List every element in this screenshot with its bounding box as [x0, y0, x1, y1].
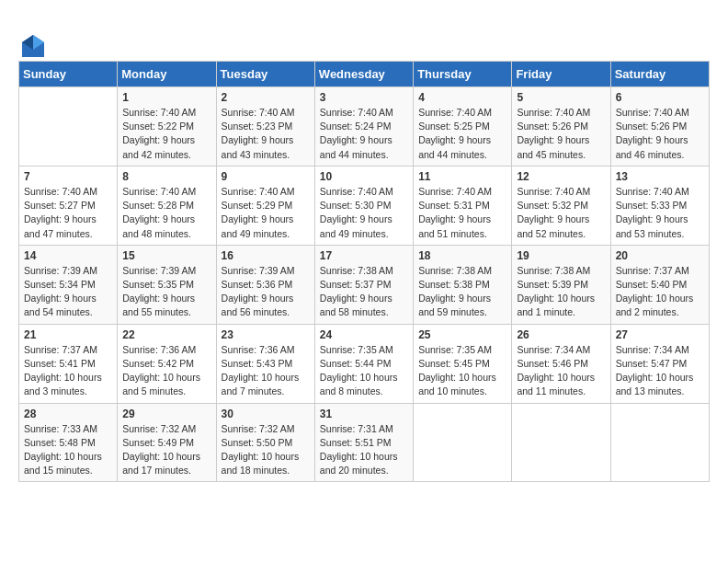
calendar-cell: 26Sunrise: 7:34 AMSunset: 5:46 PMDayligh… [512, 324, 610, 403]
logo [18, 31, 51, 61]
day-info: Sunrise: 7:40 AMSunset: 5:22 PMDaylight:… [122, 106, 210, 162]
calendar-cell [610, 403, 709, 482]
day-info: Sunrise: 7:38 AMSunset: 5:38 PMDaylight:… [418, 264, 506, 320]
day-number: 2 [222, 91, 310, 104]
day-number: 3 [320, 91, 408, 104]
calendar-cell [414, 403, 512, 482]
day-info: Sunrise: 7:32 AMSunset: 5:49 PMDaylight:… [122, 422, 210, 478]
day-number: 7 [24, 170, 112, 183]
day-info: Sunrise: 7:34 AMSunset: 5:46 PMDaylight:… [517, 343, 605, 399]
calendar-cell: 3Sunrise: 7:40 AMSunset: 5:24 PMDaylight… [314, 87, 413, 167]
day-number: 18 [418, 249, 506, 262]
calendar-cell: 24Sunrise: 7:35 AMSunset: 5:44 PMDayligh… [314, 324, 413, 403]
weekday-header-row: SundayMondayTuesdayWednesdayThursdayFrid… [19, 62, 710, 87]
calendar-cell: 27Sunrise: 7:34 AMSunset: 5:47 PMDayligh… [610, 324, 709, 403]
day-info: Sunrise: 7:37 AMSunset: 5:40 PMDaylight:… [616, 264, 704, 320]
calendar-cell: 22Sunrise: 7:36 AMSunset: 5:42 PMDayligh… [118, 324, 216, 403]
day-info: Sunrise: 7:39 AMSunset: 5:34 PMDaylight:… [24, 264, 112, 320]
day-number: 21 [24, 328, 112, 341]
calendar-cell: 31Sunrise: 7:31 AMSunset: 5:51 PMDayligh… [314, 403, 413, 482]
day-info: Sunrise: 7:40 AMSunset: 5:26 PMDaylight:… [616, 106, 704, 162]
day-info: Sunrise: 7:40 AMSunset: 5:24 PMDaylight:… [320, 106, 408, 162]
day-number: 17 [320, 249, 408, 262]
day-info: Sunrise: 7:40 AMSunset: 5:23 PMDaylight:… [222, 106, 310, 162]
calendar-cell: 6Sunrise: 7:40 AMSunset: 5:26 PMDaylight… [610, 87, 709, 167]
day-number: 8 [122, 170, 210, 183]
calendar-cell: 2Sunrise: 7:40 AMSunset: 5:23 PMDaylight… [216, 87, 314, 167]
day-number: 5 [517, 91, 605, 104]
day-info: Sunrise: 7:40 AMSunset: 5:30 PMDaylight:… [320, 185, 408, 241]
calendar-cell: 8Sunrise: 7:40 AMSunset: 5:28 PMDaylight… [118, 166, 216, 245]
day-info: Sunrise: 7:36 AMSunset: 5:42 PMDaylight:… [122, 343, 210, 399]
day-number: 24 [320, 328, 408, 341]
day-number: 4 [418, 91, 506, 104]
calendar-cell: 11Sunrise: 7:40 AMSunset: 5:31 PMDayligh… [414, 166, 512, 245]
day-number: 10 [320, 170, 408, 183]
calendar-cell: 10Sunrise: 7:40 AMSunset: 5:30 PMDayligh… [314, 166, 413, 245]
calendar-cell: 1Sunrise: 7:40 AMSunset: 5:22 PMDaylight… [118, 87, 216, 167]
day-info: Sunrise: 7:35 AMSunset: 5:45 PMDaylight:… [418, 343, 506, 399]
calendar-cell [512, 403, 610, 482]
calendar-cell: 5Sunrise: 7:40 AMSunset: 5:26 PMDaylight… [512, 87, 610, 167]
weekday-header-friday: Friday [512, 62, 610, 87]
day-number: 30 [222, 408, 310, 420]
calendar-cell: 9Sunrise: 7:40 AMSunset: 5:29 PMDaylight… [216, 166, 314, 245]
day-info: Sunrise: 7:40 AMSunset: 5:31 PMDaylight:… [418, 185, 506, 241]
day-info: Sunrise: 7:40 AMSunset: 5:28 PMDaylight:… [122, 185, 210, 241]
calendar-cell: 23Sunrise: 7:36 AMSunset: 5:43 PMDayligh… [216, 324, 314, 403]
day-number: 25 [418, 328, 506, 341]
day-info: Sunrise: 7:36 AMSunset: 5:43 PMDaylight:… [222, 343, 310, 399]
calendar-cell: 14Sunrise: 7:39 AMSunset: 5:34 PMDayligh… [19, 245, 118, 324]
day-number: 20 [616, 249, 704, 262]
calendar-week-5: 28Sunrise: 7:33 AMSunset: 5:48 PMDayligh… [19, 403, 710, 482]
day-info: Sunrise: 7:32 AMSunset: 5:50 PMDaylight:… [222, 422, 310, 478]
day-number: 13 [616, 170, 704, 183]
day-info: Sunrise: 7:40 AMSunset: 5:26 PMDaylight:… [517, 106, 605, 162]
day-info: Sunrise: 7:38 AMSunset: 5:39 PMDaylight:… [517, 264, 605, 320]
day-number: 19 [517, 249, 605, 262]
day-number: 28 [24, 408, 112, 420]
day-number: 1 [122, 91, 210, 104]
day-number: 6 [616, 91, 704, 104]
calendar-table: SundayMondayTuesdayWednesdayThursdayFrid… [18, 61, 710, 482]
calendar-cell: 19Sunrise: 7:38 AMSunset: 5:39 PMDayligh… [512, 245, 610, 324]
day-number: 9 [222, 170, 310, 183]
day-info: Sunrise: 7:34 AMSunset: 5:47 PMDaylight:… [616, 343, 704, 399]
calendar-cell: 15Sunrise: 7:39 AMSunset: 5:35 PMDayligh… [118, 245, 216, 324]
day-number: 29 [122, 408, 210, 420]
calendar-cell: 16Sunrise: 7:39 AMSunset: 5:36 PMDayligh… [216, 245, 314, 324]
day-info: Sunrise: 7:40 AMSunset: 5:32 PMDaylight:… [517, 185, 605, 241]
calendar-cell: 4Sunrise: 7:40 AMSunset: 5:25 PMDaylight… [414, 87, 512, 167]
weekday-header-sunday: Sunday [19, 62, 118, 87]
day-number: 15 [122, 249, 210, 262]
calendar-week-2: 7Sunrise: 7:40 AMSunset: 5:27 PMDaylight… [19, 166, 710, 245]
day-number: 23 [222, 328, 310, 341]
day-number: 11 [418, 170, 506, 183]
day-number: 12 [517, 170, 605, 183]
weekday-header-wednesday: Wednesday [314, 62, 413, 87]
calendar-week-4: 21Sunrise: 7:37 AMSunset: 5:41 PMDayligh… [19, 324, 710, 403]
calendar-week-3: 14Sunrise: 7:39 AMSunset: 5:34 PMDayligh… [19, 245, 710, 324]
calendar-cell: 30Sunrise: 7:32 AMSunset: 5:50 PMDayligh… [216, 403, 314, 482]
day-info: Sunrise: 7:35 AMSunset: 5:44 PMDaylight:… [320, 343, 408, 399]
day-number: 31 [320, 408, 408, 420]
day-number: 27 [616, 328, 704, 341]
day-number: 14 [24, 249, 112, 262]
day-info: Sunrise: 7:33 AMSunset: 5:48 PMDaylight:… [24, 422, 112, 478]
calendar-week-1: 1Sunrise: 7:40 AMSunset: 5:22 PMDaylight… [19, 87, 710, 167]
calendar-cell: 20Sunrise: 7:37 AMSunset: 5:40 PMDayligh… [610, 245, 709, 324]
calendar-cell: 25Sunrise: 7:35 AMSunset: 5:45 PMDayligh… [414, 324, 512, 403]
calendar-cell: 28Sunrise: 7:33 AMSunset: 5:48 PMDayligh… [19, 403, 118, 482]
page-header [18, 28, 710, 61]
logo-icon [18, 31, 48, 61]
day-number: 22 [122, 328, 210, 341]
calendar-cell: 29Sunrise: 7:32 AMSunset: 5:49 PMDayligh… [118, 403, 216, 482]
day-info: Sunrise: 7:40 AMSunset: 5:33 PMDaylight:… [616, 185, 704, 241]
day-number: 16 [222, 249, 310, 262]
weekday-header-thursday: Thursday [414, 62, 512, 87]
calendar-cell [19, 87, 118, 167]
day-info: Sunrise: 7:31 AMSunset: 5:51 PMDaylight:… [320, 422, 408, 478]
calendar-cell: 12Sunrise: 7:40 AMSunset: 5:32 PMDayligh… [512, 166, 610, 245]
weekday-header-tuesday: Tuesday [216, 62, 314, 87]
day-info: Sunrise: 7:37 AMSunset: 5:41 PMDaylight:… [24, 343, 112, 399]
